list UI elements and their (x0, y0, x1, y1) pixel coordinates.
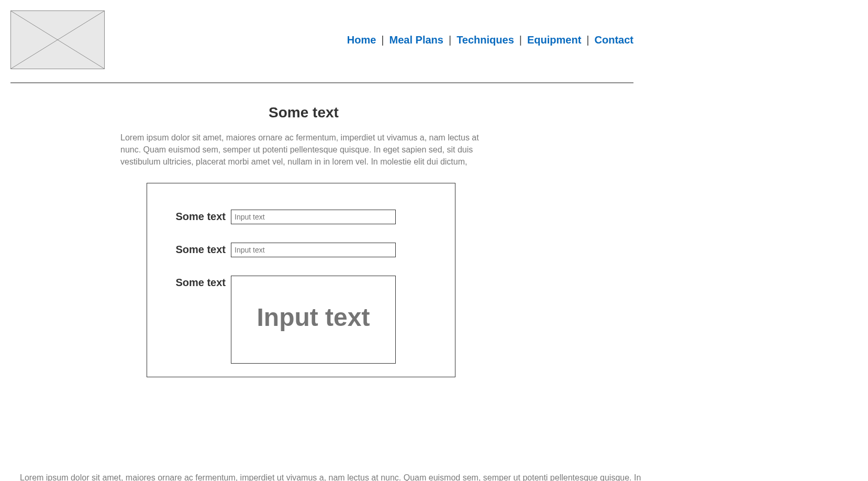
header: Home | Meal Plans | Techniques | Equipme… (10, 10, 633, 83)
form-input-2[interactable] (231, 243, 396, 257)
form-row: Some text (168, 243, 434, 257)
nav-link-meal-plans[interactable]: Meal Plans (390, 34, 443, 46)
form-label-2: Some text (168, 243, 226, 256)
nav-separator: | (519, 34, 522, 46)
nav-link-techniques[interactable]: Techniques (457, 34, 514, 46)
footer-paragraph: Lorem ipsum dolor sit amet, maiores orna… (20, 472, 753, 481)
nav-separator: | (381, 34, 384, 46)
form-row: Some text (168, 276, 434, 364)
intro-paragraph-clip: Lorem ipsum dolor sit amet, maiores orna… (120, 132, 487, 167)
form-row: Some text (168, 210, 434, 224)
logo-placeholder (10, 10, 105, 69)
page-heading: Some text (120, 104, 487, 121)
nav-link-equipment[interactable]: Equipment (527, 34, 581, 46)
nav-link-home[interactable]: Home (347, 34, 376, 46)
content: Some text Lorem ipsum dolor sit amet, ma… (120, 104, 487, 377)
form-box: Some text Some text Some text (147, 183, 455, 377)
intro-paragraph: Lorem ipsum dolor sit amet, maiores orna… (120, 132, 487, 167)
nav-link-contact[interactable]: Contact (595, 34, 633, 46)
form-input-1[interactable] (231, 210, 396, 224)
main-nav: Home | Meal Plans | Techniques | Equipme… (347, 34, 633, 46)
page-container: Home | Meal Plans | Techniques | Equipme… (10, 0, 633, 377)
nav-separator: | (586, 34, 589, 46)
form-label-1: Some text (168, 210, 226, 223)
form-textarea[interactable] (231, 276, 396, 364)
nav-separator: | (449, 34, 451, 46)
image-placeholder-icon (11, 11, 104, 69)
form-label-3: Some text (168, 276, 226, 289)
